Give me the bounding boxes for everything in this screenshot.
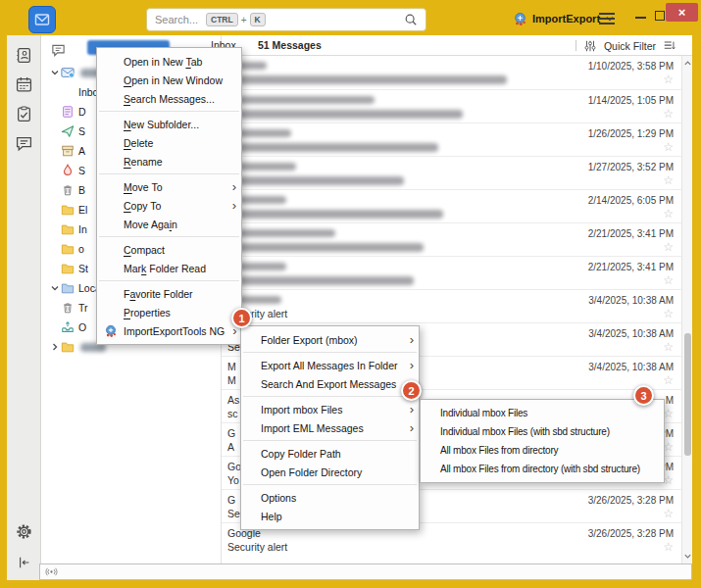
calendar-icon[interactable] [16, 76, 32, 93]
message-row[interactable]: 3/4/2025, 10:38 AM Security alert ☆ [222, 289, 681, 322]
new-message-bubble-icon[interactable] [51, 43, 66, 58]
star-icon[interactable]: ☆ [663, 341, 674, 353]
menu-item[interactable]: All mbox Files from directory (with sbd … [421, 460, 664, 478]
message-date: 3/4/2025, 10:38 AM [588, 295, 674, 306]
menu-item-label: Options [261, 492, 296, 504]
menu-item[interactable]: Search And Export Messages › [241, 374, 419, 393]
menu-item-gutter [421, 425, 440, 439]
menu-item[interactable]: Mark Folder Read › [97, 259, 241, 277]
chat-icon[interactable] [16, 135, 32, 152]
star-icon[interactable]: ☆ [663, 141, 674, 153]
scroll-up-icon[interactable] [683, 59, 692, 68]
submenu-arrow-icon: › [402, 333, 414, 346]
mail-space-icon[interactable] [28, 6, 56, 33]
chevron-right-icon[interactable] [49, 342, 61, 352]
scrollbar-thumb[interactable] [684, 333, 691, 456]
menu-separator [99, 173, 239, 174]
menu-item[interactable]: Options › [241, 488, 419, 507]
menu-item[interactable]: Import mbox Files › [241, 400, 419, 418]
message-row[interactable]: 2/21/2025, 3:41 PM ☆ [222, 222, 681, 256]
quick-filter-label[interactable]: Quick Filter [604, 40, 656, 52]
blurred-subject [227, 110, 463, 119]
star-icon[interactable]: ☆ [663, 374, 674, 386]
message-subject: sc [227, 408, 238, 419]
menu-item[interactable]: Move Again › [97, 215, 241, 233]
minimize-button[interactable] [635, 17, 646, 19]
blurred-sender [227, 96, 375, 104]
folder-icon [61, 203, 75, 217]
menu-separator [243, 440, 417, 441]
spaces-toolbar [7, 35, 41, 580]
menu-item[interactable]: Import EML Messages › [241, 418, 419, 437]
tasks-icon[interactable] [16, 106, 32, 122]
menu-item[interactable]: Favorite Folder › [97, 284, 241, 303]
menu-item[interactable]: Rename › [97, 152, 241, 171]
star-icon[interactable]: ☆ [663, 241, 674, 253]
address-book-icon[interactable] [16, 47, 32, 64]
gear-icon[interactable] [16, 523, 32, 540]
menu-item-gutter [241, 377, 261, 391]
star-icon[interactable]: ☆ [663, 174, 674, 186]
menu-item-gutter [241, 466, 261, 479]
star-icon[interactable]: ☆ [663, 308, 674, 319]
menu-item[interactable]: Search Messages... › [97, 89, 241, 108]
message-row[interactable]: 1/26/2025, 1:29 PM ☆ [222, 122, 681, 156]
app-menu-button[interactable] [599, 13, 615, 24]
menu-item-gutter [241, 421, 261, 435]
close-button[interactable]: × [666, 3, 698, 22]
menu-item[interactable]: Export All Messages In Folder › [241, 356, 419, 374]
menu-item[interactable]: Individual mbox Files [421, 404, 664, 422]
menu-item[interactable]: New Subfolder... › [97, 115, 241, 133]
menu-item[interactable]: All mbox Files from directory [421, 441, 664, 460]
menu-item[interactable]: Individual mbox Files (with sbd structur… [421, 422, 664, 441]
menu-item[interactable]: Open in New Window › [97, 71, 241, 89]
maximize-button[interactable] [655, 11, 665, 21]
menu-item[interactable]: Properties › [97, 303, 241, 321]
scrollbar[interactable] [681, 56, 692, 564]
menu-item[interactable]: Copy Folder Path › [241, 444, 419, 463]
menu-item[interactable]: Help › [241, 507, 419, 525]
scroll-down-icon[interactable] [683, 552, 692, 561]
star-icon[interactable]: ☆ [663, 108, 674, 120]
menu-item[interactable]: Copy To › [97, 196, 241, 215]
menu-separator [243, 352, 417, 353]
folder-icon [61, 222, 75, 236]
folder-label: o [78, 243, 84, 255]
folder-label: S [78, 125, 85, 137]
quick-filter-icon[interactable] [583, 39, 597, 53]
iet-icon [97, 324, 124, 338]
chevron-down-icon[interactable] [49, 68, 61, 77]
star-icon[interactable]: ☆ [663, 274, 674, 286]
message-row[interactable]: 1/10/2025, 3:58 PM ☆ [222, 56, 681, 89]
chevron-down-icon[interactable] [49, 283, 61, 293]
menu-item[interactable]: Open Folder Directory › [241, 463, 419, 481]
folder-label: D [78, 106, 86, 118]
menu-item-label: Compact [124, 244, 165, 256]
collapse-sidebar-icon[interactable] [18, 556, 31, 569]
menu-item[interactable]: Open in New Tab › [97, 52, 241, 71]
message-row[interactable]: 2/14/2025, 6:05 PM ☆ [222, 189, 681, 222]
menu-item[interactable]: Move To › [97, 177, 241, 196]
search-icon[interactable] [404, 13, 418, 26]
folder-icon [61, 242, 75, 256]
message-row[interactable]: 2/21/2025, 3:41 PM ☆ [222, 256, 681, 289]
thread-pane-header: Inbox 51 Messages Quick Filter [222, 35, 692, 56]
menu-item-gutter [421, 463, 440, 476]
star-icon[interactable]: ☆ [663, 74, 674, 85]
star-icon[interactable]: ☆ [663, 208, 674, 220]
menu-item-gutter [241, 447, 261, 461]
display-options-icon[interactable] [663, 39, 676, 53]
star-icon[interactable]: ☆ [663, 508, 674, 519]
star-icon[interactable]: ☆ [663, 541, 674, 553]
message-sender: G [227, 427, 235, 439]
menu-item[interactable]: Delete › [97, 133, 241, 152]
menu-item-gutter [241, 491, 261, 505]
menu-item[interactable]: Folder Export (mbox) › [241, 330, 419, 349]
search-input[interactable]: Search... CTRL + K [146, 8, 426, 31]
menu-item[interactable]: Compact › [97, 240, 241, 259]
menu-item[interactable]: ImportExportTools NG › [97, 321, 241, 340]
message-row[interactable]: 1/14/2025, 1:05 PM ☆ [222, 89, 681, 122]
folder-icon [61, 340, 75, 354]
message-row[interactable]: 1/27/2025, 3:52 PM ☆ [222, 156, 681, 189]
message-date: 2/21/2025, 3:41 PM [588, 262, 674, 272]
